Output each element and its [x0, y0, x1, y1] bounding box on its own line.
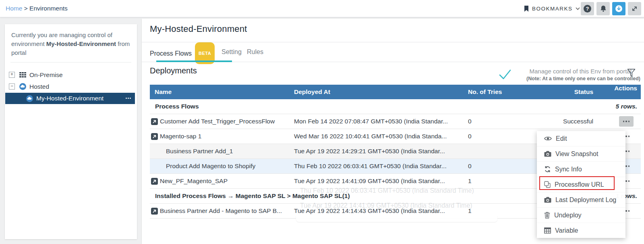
ghost-tooltip-2: Tue Apr 19 2022 14:41:09 GMT+0530 (India… [300, 202, 472, 209]
manage-note-line1: Manage control of this Env from portal [526, 67, 640, 75]
row-actions-button[interactable] [619, 116, 634, 127]
cell-name: Customer Add Test_Trigger_ProcessFlow [150, 118, 289, 125]
cloud-icon [19, 83, 26, 90]
sync-icon [544, 166, 551, 173]
collapse-toggle-icon[interactable]: − [9, 83, 15, 90]
notice-env-name: My-Hosted-Environment [46, 40, 116, 47]
chevron-down-icon [576, 7, 580, 10]
copy-icon [544, 181, 551, 188]
table-header-row: NameDeployed AtNo. of TriesStatusActions [150, 85, 641, 99]
ghost-tooltip-box [296, 215, 497, 222]
cell-deployed-at: Tue Apr 19 2022 14:41:09 GMT+0530 (India… [289, 177, 463, 185]
tree-node-menu-dots-icon[interactable] [126, 98, 131, 99]
breadcrumb-current: Environments [29, 5, 68, 12]
menu-item-variable[interactable]: Variable [537, 223, 625, 238]
column-header-no-of-tries: No. of Tries [463, 88, 507, 96]
expand-toggle-icon[interactable]: + [9, 72, 15, 78]
menu-item-label: Sync Info [555, 166, 582, 173]
cell-deployed-at: Wed Mar 16 2022 10:40:41 GMT+0530 (India… [289, 133, 463, 140]
tab-setting[interactable]: Setting [222, 42, 242, 62]
tree-node-on-premise[interactable]: +On-Premise [5, 69, 137, 81]
menu-item-label: Variable [555, 227, 578, 234]
sidebar-divider [10, 62, 131, 63]
cell-deployed-at: Mon Feb 14 2022 07:08:47 GMT+0530 (India… [289, 118, 463, 125]
tab-process-flows[interactable]: Process FlowsBETA [150, 42, 215, 62]
breadcrumb-home-link[interactable]: Home [6, 5, 22, 12]
processflow-name: Product Add Magento to Shopify [166, 163, 255, 170]
menu-item-label: Edit [556, 135, 567, 142]
manage-note: Manage control of this Env from portal (… [526, 67, 640, 83]
bell-icon [600, 5, 607, 13]
check-icon [499, 69, 511, 80]
table-row: Customer Add Test_Trigger_ProcessFlowMon… [150, 114, 641, 129]
filter-icon[interactable] [627, 69, 636, 77]
notifications-button[interactable] [596, 2, 610, 15]
menu-item-label: Last Deployment Log [555, 196, 616, 204]
cloud-icon [26, 95, 33, 102]
cell-name: Magento-sap 1 [150, 133, 289, 140]
breadcrumb: Home > Environments [6, 0, 68, 17]
tree-node-my-hosted-environment[interactable]: My-Hosted-Environment [5, 93, 135, 104]
menu-item-edit[interactable]: Edit [537, 131, 625, 146]
page-title: My-Hosted-Environment [150, 24, 247, 34]
cell-name: Business Partner Add_1 [150, 148, 289, 155]
launch-icon[interactable] [151, 118, 158, 125]
menu-item-undeploy[interactable]: Undeploy [537, 208, 625, 223]
ghost-tooltip-1: Thu Feb 10 2022 06:03:41 GMT+0530 (India… [300, 187, 474, 194]
server-icon [19, 72, 26, 77]
trash-icon [544, 212, 550, 219]
group-header-row: Process Flows5 rows. [150, 99, 641, 114]
menu-item-label: View Snapshot [555, 150, 598, 158]
breadcrumb-separator: > [24, 5, 29, 12]
camera-icon [544, 197, 551, 203]
table-icon [544, 227, 551, 234]
tree-node-label: My-Hosted-Environment [36, 95, 104, 102]
bookmarks-label: BOOKMARKS [532, 6, 573, 12]
bookmarks-dropdown[interactable]: BOOKMARKS [524, 0, 580, 17]
tree-node-hosted[interactable]: −Hosted [5, 81, 137, 92]
manage-note-line2: (Note: At a time only one env can be con… [526, 75, 640, 83]
launch-icon[interactable] [151, 178, 158, 185]
launch-icon[interactable] [151, 208, 158, 215]
cell-deployed-at: Tue Apr 19 2022 14:29:21 GMT+0530 (India… [289, 148, 463, 155]
circle-download-icon [615, 5, 623, 13]
cell-tries: 1 [463, 177, 507, 185]
menu-item-processflow-url[interactable]: Processflow URL [537, 177, 625, 192]
column-header-deployed-at: Deployed At [289, 88, 463, 96]
menu-item-label: Undeploy [554, 212, 582, 219]
processflow-name: Customer Add Test_Trigger_ProcessFlow [160, 118, 275, 125]
bookmark-flag-icon [524, 5, 529, 12]
top-bar: Home > Environments BOOKMARKS ? [0, 0, 644, 17]
eye-icon [544, 136, 552, 141]
active-tab-underline [156, 60, 232, 62]
processflow-name: Business Partner Add - Magento to SAP B.… [160, 207, 282, 215]
menu-item-label: Processflow URL [555, 181, 604, 188]
control-notice: Currently you are managing control of en… [11, 31, 130, 57]
tab-rules[interactable]: Rules [247, 42, 263, 62]
menu-item-view-snapshot[interactable]: View Snapshot [537, 146, 625, 162]
column-header-name: Name [150, 88, 289, 96]
cell-name: New_PF_Magento_SAP [150, 177, 289, 185]
actions-context-menu: EditView SnapshotSync InfoProcessflow UR… [537, 131, 625, 238]
help-button[interactable]: ? [581, 2, 594, 15]
deployments-title: Deployments [150, 66, 197, 75]
fullscreen-button[interactable] [628, 2, 641, 15]
cell-name: Business Partner Add - Magento to SAP B.… [150, 207, 289, 215]
tree-node-label: On-Premise [29, 71, 63, 79]
cell-tries: 0 [463, 118, 507, 125]
environment-tree: +On-Premise−HostedMy-Hosted-Environment [5, 69, 137, 104]
cell-deployed-at: Thu Feb 10 2022 06:03:41 GMT+0530 (India… [289, 163, 463, 170]
tabs-bar: Process FlowsBETA Setting Rules Manage c… [142, 42, 644, 62]
cell-tries: 0 [463, 133, 507, 140]
menu-item-sync-info[interactable]: Sync Info [537, 162, 625, 177]
camera-icon [544, 151, 551, 157]
group-row-count: 5 rows. [616, 103, 641, 110]
help-icon: ? [584, 5, 591, 13]
download-control-button[interactable] [612, 2, 625, 15]
environment-sidebar: Currently you are managing control of en… [5, 24, 137, 239]
cell-status: Successful [507, 118, 596, 125]
tree-node-label: Hosted [29, 83, 49, 90]
menu-item-last-deployment-log[interactable]: Last Deployment Log [537, 192, 625, 208]
launch-icon[interactable] [151, 133, 158, 140]
cell-name: Product Add Magento to Shopify [150, 163, 289, 170]
